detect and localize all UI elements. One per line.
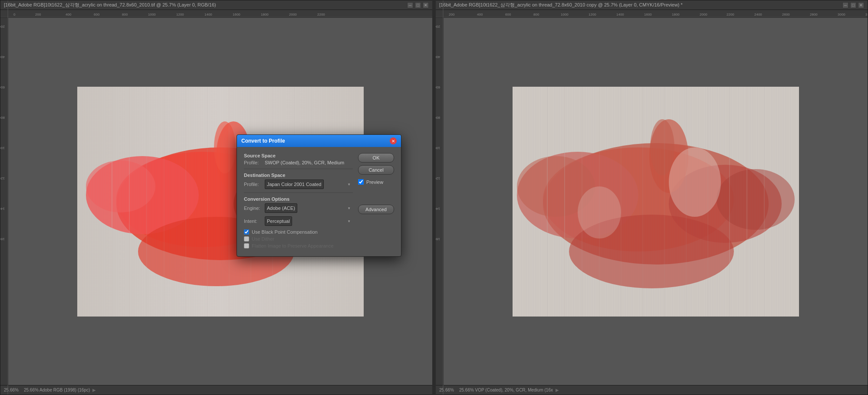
svg-text:2600: 2600 xyxy=(782,13,790,16)
source-profile-row: Profile: SWOP (Coated), 20%, GCR, Medium xyxy=(244,160,353,165)
source-space-label: Source Space xyxy=(244,153,353,158)
dialog-left-col: Source Space Profile: SWOP (Coated), 20%… xyxy=(244,153,353,250)
svg-text:1000: 1000 xyxy=(0,146,5,150)
svg-text:1400: 1400 xyxy=(0,207,5,211)
preview-checkbox[interactable] xyxy=(358,179,364,185)
right-status-text: 25.66% VOP (Coated), 20%, GCR, Medium (1… xyxy=(459,388,553,392)
ruler-left-side: 200 400 600 800 1000 1200 1400 1600 xyxy=(0,18,8,385)
right-pane-content: 200 400 600 800 1000 1200 1400 1600 xyxy=(436,18,868,385)
ruler-top-right: 200 400 600 800 1000 1200 1400 1600 1800… xyxy=(436,10,868,18)
svg-text:1200: 1200 xyxy=(436,176,440,180)
flatten-checkbox[interactable] xyxy=(244,243,249,248)
left-status-arrow: ▶ xyxy=(92,388,96,392)
dither-row: Use Dither xyxy=(244,236,353,242)
svg-text:3000: 3000 xyxy=(838,13,845,16)
svg-text:1800: 1800 xyxy=(672,13,680,16)
app-container: [16bit_Adobe RGB]10t1622_삼각형_acrylic on … xyxy=(0,0,868,395)
svg-text:200: 200 xyxy=(35,13,41,16)
right-titlebar: [16bit_Adobe RGB]10t1622_삼각형_acrylic on … xyxy=(436,0,868,10)
cancel-button[interactable]: Cancel xyxy=(358,165,394,175)
right-statusbar: 25.66% 25.66% VOP (Coated), 20%, GCR, Me… xyxy=(436,385,868,395)
svg-text:2000: 2000 xyxy=(289,13,297,16)
dither-checkbox[interactable] xyxy=(244,236,249,242)
svg-text:1600: 1600 xyxy=(233,13,240,16)
svg-text:1000: 1000 xyxy=(561,13,569,16)
svg-text:800: 800 xyxy=(122,13,128,16)
dialog-title: Convert to Profile xyxy=(241,138,285,144)
engine-label: Engine: xyxy=(244,206,265,211)
destination-profile-select-wrapper: Japan Color 2001 Coated xyxy=(265,180,353,189)
svg-text:0: 0 xyxy=(13,13,16,16)
source-profile-value: SWOP (Coated), 20%, GCR, Medium xyxy=(265,160,344,165)
svg-text:2200: 2200 xyxy=(317,13,325,16)
right-canvas xyxy=(444,18,868,385)
minimize-btn-right[interactable]: ─ xyxy=(842,2,848,8)
left-statusbar: 25.66% 25.66% Adobe RGB (1998) (16pc) ▶ xyxy=(0,385,432,395)
svg-text:600: 600 xyxy=(505,13,511,16)
svg-text:1600: 1600 xyxy=(436,237,440,241)
intent-row: Intent: Perceptual xyxy=(244,216,353,226)
svg-text:200: 200 xyxy=(436,25,440,29)
svg-text:1200: 1200 xyxy=(589,13,596,16)
svg-text:2000: 2000 xyxy=(700,13,707,16)
svg-text:400: 400 xyxy=(66,13,72,16)
advanced-btn-wrapper: Advanced xyxy=(358,205,394,214)
close-btn-right[interactable]: ✕ xyxy=(858,2,864,8)
separator-1 xyxy=(244,169,353,169)
convert-to-profile-dialog: Convert to Profile ✕ Source Space Profil… xyxy=(237,134,401,257)
ok-button[interactable]: OK xyxy=(358,153,394,163)
svg-text:1600: 1600 xyxy=(644,13,652,16)
flatten-row: Flatten Image to Preserve Appearance xyxy=(244,243,353,248)
engine-row: Engine: Adobe (ACE) xyxy=(244,203,353,213)
dialog-body: Source Space Profile: SWOP (Coated), 20%… xyxy=(237,147,401,256)
svg-text:2800: 2800 xyxy=(810,13,818,16)
left-titlebar: [16bit_Adobe RGB]10t1622_삼각형_acrylic on … xyxy=(0,0,432,10)
black-point-checkbox[interactable] xyxy=(244,229,249,235)
destination-space-label: Destination Space xyxy=(244,173,353,178)
engine-select-wrapper: Adobe (ACE) xyxy=(265,203,353,213)
svg-text:800: 800 xyxy=(533,13,539,16)
svg-text:1400: 1400 xyxy=(616,13,624,16)
svg-text:2200: 2200 xyxy=(727,13,734,16)
advanced-button[interactable]: Advanced xyxy=(358,205,394,214)
close-btn-left[interactable]: ✕ xyxy=(423,2,429,8)
svg-text:800: 800 xyxy=(0,116,5,120)
svg-rect-102 xyxy=(513,87,799,317)
flatten-label: Flatten Image to Preserve Appearance xyxy=(252,243,333,248)
black-point-row: Use Black Point Compensation xyxy=(244,229,353,235)
intent-select[interactable]: Perceptual xyxy=(265,216,292,226)
dialog-close-btn[interactable]: ✕ xyxy=(390,137,397,144)
destination-profile-select[interactable]: Japan Color 2001 Coated xyxy=(265,180,324,189)
right-title: [16bit_Adobe RGB]10t1622_삼각형_acrylic on … xyxy=(439,2,683,8)
dual-pane: [16bit_Adobe RGB]10t1622_삼각형_acrylic on … xyxy=(0,0,868,395)
svg-text:1000: 1000 xyxy=(148,13,156,16)
svg-text:1400: 1400 xyxy=(436,207,440,211)
minimize-btn-left[interactable]: ─ xyxy=(407,2,413,8)
left-titlebar-buttons: ─ □ ✕ xyxy=(407,2,429,8)
dest-profile-label: Profile: xyxy=(244,182,265,187)
black-point-label: Use Black Point Compensation xyxy=(252,229,318,235)
svg-text:2400: 2400 xyxy=(754,13,762,16)
maximize-btn-left[interactable]: □ xyxy=(415,2,421,8)
left-status-text: 25.66% Adobe RGB (1998) (16pc) xyxy=(24,388,90,392)
svg-text:1200: 1200 xyxy=(0,176,5,180)
svg-text:800: 800 xyxy=(436,116,440,120)
svg-text:3200: 3200 xyxy=(865,13,868,16)
maximize-btn-right[interactable]: □ xyxy=(850,2,856,8)
svg-text:400: 400 xyxy=(436,55,440,59)
svg-text:1600: 1600 xyxy=(0,237,5,241)
right-titlebar-buttons: ─ □ ✕ xyxy=(842,2,864,8)
svg-text:200: 200 xyxy=(0,25,5,29)
intent-label: Intent: xyxy=(244,219,265,224)
dialog-main-content: Source Space Profile: SWOP (Coated), 20%… xyxy=(244,153,394,250)
ruler-right-side: 200 400 600 800 1000 1200 1400 1600 xyxy=(436,18,444,385)
engine-select[interactable]: Adobe (ACE) xyxy=(265,203,297,213)
conversion-options-label: Conversion Options xyxy=(244,196,353,202)
ruler-top-left: 0 200 400 600 800 1000 1200 1400 1600 18… xyxy=(0,10,432,18)
intent-select-wrapper: Perceptual xyxy=(265,216,353,226)
destination-profile-row: Profile: Japan Color 2001 Coated xyxy=(244,180,353,189)
svg-text:600: 600 xyxy=(436,85,440,89)
dither-label: Use Dither xyxy=(252,236,274,242)
svg-text:400: 400 xyxy=(0,55,5,59)
svg-text:600: 600 xyxy=(0,85,5,89)
